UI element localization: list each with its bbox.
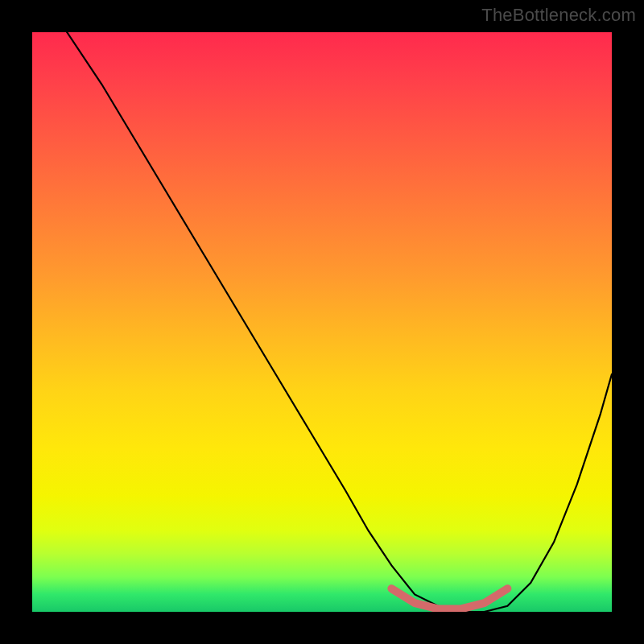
watermark-text: TheBottleneck.com	[481, 5, 636, 26]
background-gradient	[32, 32, 612, 612]
plot-area	[32, 32, 612, 612]
chart-frame: TheBottleneck.com	[0, 0, 644, 644]
